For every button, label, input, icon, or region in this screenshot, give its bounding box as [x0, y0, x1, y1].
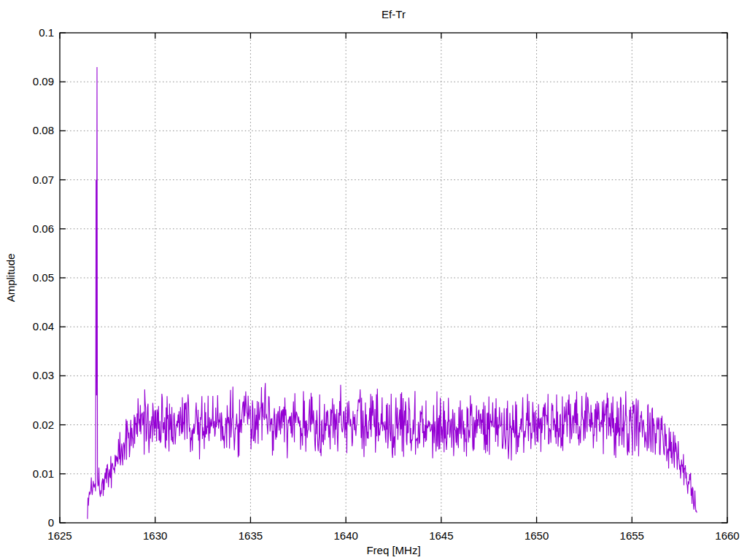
x-tick-label: 1645	[429, 529, 453, 542]
x-tick-label: 1630	[143, 529, 167, 542]
x-tick-label: 1640	[333, 529, 357, 542]
tick-labels: 1625163016351640164516501655166000.010.0…	[33, 26, 740, 542]
y-tick-label: 0.08	[33, 124, 54, 136]
series-line-ef-tr	[88, 67, 697, 519]
y-tick-label: 0.09	[33, 75, 54, 88]
y-tick-label: 0.06	[33, 222, 54, 235]
y-tick-label: 0.07	[33, 174, 54, 186]
x-tick-label: 1625	[47, 529, 71, 542]
x-tick-label: 1660	[715, 529, 739, 542]
y-tick-label: 0	[48, 516, 54, 529]
chart-window: Ef-Tr Amplitude Freq [MHz] 1625163016351…	[0, 0, 747, 560]
y-tick-label: 0.05	[33, 271, 54, 284]
x-tick-label: 1650	[525, 529, 549, 542]
x-tick-label: 1635	[239, 529, 263, 542]
y-tick-label: 0.01	[33, 467, 54, 480]
x-tick-label: 1655	[620, 529, 644, 542]
plot-canvas: 1625163016351640164516501655166000.010.0…	[0, 0, 747, 560]
y-tick-label: 0.04	[33, 320, 54, 332]
y-tick-label: 0.02	[33, 419, 54, 431]
y-tick-label: 0.1	[39, 26, 54, 39]
y-tick-label: 0.03	[33, 369, 54, 381]
